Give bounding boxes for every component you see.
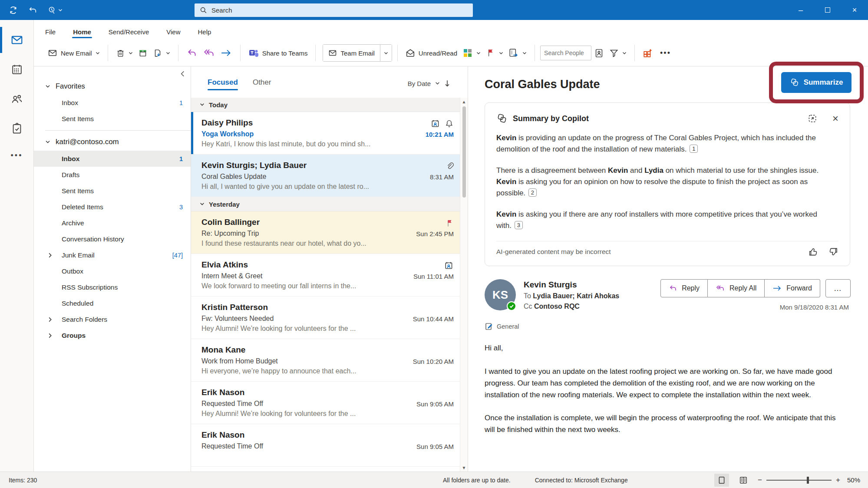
tab-other[interactable]: Other bbox=[253, 78, 271, 93]
nav-more[interactable]: ••• bbox=[11, 151, 23, 160]
nav-calendar[interactable] bbox=[0, 55, 34, 84]
sort-by-date[interactable]: By Date bbox=[408, 80, 450, 92]
cc-recipients[interactable]: Cc Contoso RQC bbox=[524, 303, 619, 310]
folder-search-folders[interactable]: Search Folders bbox=[34, 311, 191, 327]
zoom-level[interactable]: 50% bbox=[847, 476, 860, 484]
reply-label: Reply bbox=[682, 284, 700, 292]
folder-groups[interactable]: Groups bbox=[34, 327, 191, 343]
email-row-mona[interactable]: Mona Kane Work from Home Budget Hi every… bbox=[191, 339, 460, 382]
reply-message-button[interactable]: Reply bbox=[660, 279, 708, 297]
folder-archive[interactable]: Archive bbox=[34, 215, 191, 231]
list-scrollbar[interactable]: ▲ ▼ bbox=[460, 98, 468, 472]
email-row-kevin-selected[interactable]: Kevin Sturgis; Lydia Bauer Coral Gables … bbox=[191, 155, 460, 197]
close-summary-icon[interactable]: × bbox=[832, 112, 838, 125]
scroll-up-arrow[interactable]: ▲ bbox=[462, 98, 466, 106]
folder-label: Outbox bbox=[62, 267, 83, 275]
share-to-teams-button[interactable]: Share to Teams bbox=[246, 44, 310, 62]
sender-avatar[interactable]: KS bbox=[485, 279, 516, 310]
categorize-button[interactable] bbox=[460, 44, 483, 62]
folder-inbox[interactable]: Inbox 1 bbox=[34, 151, 191, 167]
ai-disclaimer: AI-generated content may be incorrect bbox=[496, 248, 611, 256]
thumbs-up-icon[interactable] bbox=[808, 247, 818, 257]
reply-all-button[interactable] bbox=[200, 44, 218, 62]
tab-home[interactable]: Home bbox=[73, 28, 91, 40]
zoom-slider[interactable]: − + bbox=[758, 476, 840, 485]
scroll-down-arrow[interactable]: ▼ bbox=[462, 464, 466, 472]
more-actions-button[interactable]: … bbox=[825, 279, 851, 297]
chevron-down-icon bbox=[58, 9, 63, 12]
send-receive-icon[interactable] bbox=[9, 6, 18, 15]
new-email-button[interactable]: New Email bbox=[45, 45, 102, 61]
follow-up-button[interactable] bbox=[483, 45, 506, 61]
quick-steps-expand[interactable] bbox=[380, 45, 392, 61]
reading-mode-toggle[interactable] bbox=[736, 474, 751, 487]
global-search[interactable] bbox=[195, 3, 473, 17]
team-email-quickstep[interactable]: Team Email bbox=[323, 45, 380, 61]
tab-file[interactable]: File bbox=[45, 28, 56, 40]
filter-email-button[interactable] bbox=[607, 45, 629, 61]
folder-drafts[interactable]: Drafts bbox=[34, 167, 191, 183]
folder-deleted-items[interactable]: Deleted Items 3 bbox=[34, 199, 191, 215]
collapse-folder-pane-icon[interactable] bbox=[181, 71, 185, 77]
nav-people[interactable] bbox=[0, 84, 34, 114]
tab-send-receive[interactable]: Send/Receive bbox=[109, 28, 149, 40]
summarize-button[interactable]: Summarize bbox=[781, 72, 852, 93]
tab-focused[interactable]: Focused bbox=[208, 78, 238, 93]
trash-icon bbox=[116, 49, 125, 58]
copy-summary-icon[interactable] bbox=[807, 113, 818, 124]
undo-icon[interactable] bbox=[28, 6, 37, 15]
minimize-button[interactable]: – bbox=[787, 0, 814, 20]
email-row-erik-2[interactable]: Erik Nason Requested Time Off Sun 9:05 A… bbox=[191, 424, 460, 467]
sensitivity-label[interactable]: General bbox=[485, 322, 868, 331]
email-row-erik-1[interactable]: Erik Nason Requested Time Off Hey Alumni… bbox=[191, 382, 460, 424]
attachment-icon bbox=[446, 162, 454, 171]
folder-conversation-history[interactable]: Conversation History bbox=[34, 231, 191, 247]
thumbs-down-icon[interactable] bbox=[828, 247, 838, 257]
folder-outbox[interactable]: Outbox bbox=[34, 263, 191, 279]
move-to-button[interactable] bbox=[150, 45, 173, 61]
reply-button[interactable] bbox=[184, 44, 200, 62]
email-row-colin[interactable]: Colin Ballinger Re: Upcoming Trip I foun… bbox=[191, 211, 460, 254]
search-input[interactable] bbox=[211, 7, 455, 14]
zoom-out-icon[interactable]: − bbox=[758, 476, 762, 485]
scroll-thumb[interactable] bbox=[462, 106, 466, 198]
add-ins-button[interactable] bbox=[640, 44, 656, 62]
address-book-button[interactable] bbox=[591, 45, 607, 62]
favorite-inbox[interactable]: Inbox 1 bbox=[34, 95, 191, 111]
favorites-header[interactable]: Favorites bbox=[34, 78, 191, 95]
reply-all-message-button[interactable]: Reply All bbox=[708, 279, 765, 297]
to-recipients[interactable]: To Lydia Bauer; Katri Ahokas bbox=[524, 292, 619, 300]
group-header-yesterday[interactable]: Yesterday bbox=[191, 197, 460, 211]
folder-sent-items[interactable]: Sent Items bbox=[34, 183, 191, 199]
unread-read-button[interactable]: Unread/Read bbox=[403, 45, 460, 61]
forward-button[interactable] bbox=[218, 45, 235, 61]
email-row-elvia[interactable]: Elvia Atkins Intern Meet & Greet We look… bbox=[191, 254, 460, 297]
search-people-input[interactable] bbox=[540, 46, 591, 60]
favorite-sent-items[interactable]: Sent Items bbox=[34, 111, 191, 127]
rules-button[interactable] bbox=[506, 44, 529, 62]
folder-junk-email[interactable]: Junk Email [47] bbox=[34, 247, 191, 263]
maximize-button[interactable] bbox=[814, 0, 841, 20]
email-row-kristin[interactable]: Kristin Patterson Fw: Volunteers Needed … bbox=[191, 297, 460, 339]
delete-button[interactable] bbox=[113, 45, 135, 61]
tab-view[interactable]: View bbox=[166, 28, 180, 40]
email-row-daisy[interactable]: Daisy Philips Yoga Workshop Hey Katri, I… bbox=[191, 112, 460, 155]
touch-mode-icon[interactable] bbox=[48, 6, 63, 14]
archive-button[interactable] bbox=[135, 45, 150, 61]
nav-tasks[interactable] bbox=[0, 114, 34, 143]
sort-descending-icon[interactable] bbox=[444, 80, 450, 87]
group-header-today[interactable]: Today bbox=[191, 98, 460, 112]
zoom-in-icon[interactable]: + bbox=[836, 476, 840, 485]
tab-help[interactable]: Help bbox=[198, 28, 211, 40]
account-header[interactable]: katri@contoso.com bbox=[34, 133, 191, 151]
ribbon-overflow-button[interactable]: ••• bbox=[657, 49, 674, 58]
nav-mail[interactable] bbox=[0, 25, 34, 55]
zoom-thumb[interactable] bbox=[807, 477, 809, 484]
message-sender-name[interactable]: Kevin Sturgis bbox=[524, 280, 619, 290]
close-button[interactable]: × bbox=[841, 0, 868, 20]
folder-rss-subscriptions[interactable]: RSS Subscriptions bbox=[34, 279, 191, 295]
summarize-label: Summarize bbox=[804, 78, 843, 87]
reading-view-toggle[interactable] bbox=[714, 474, 729, 487]
folder-scheduled[interactable]: Scheduled bbox=[34, 295, 191, 311]
forward-message-button[interactable]: Forward bbox=[765, 279, 820, 297]
